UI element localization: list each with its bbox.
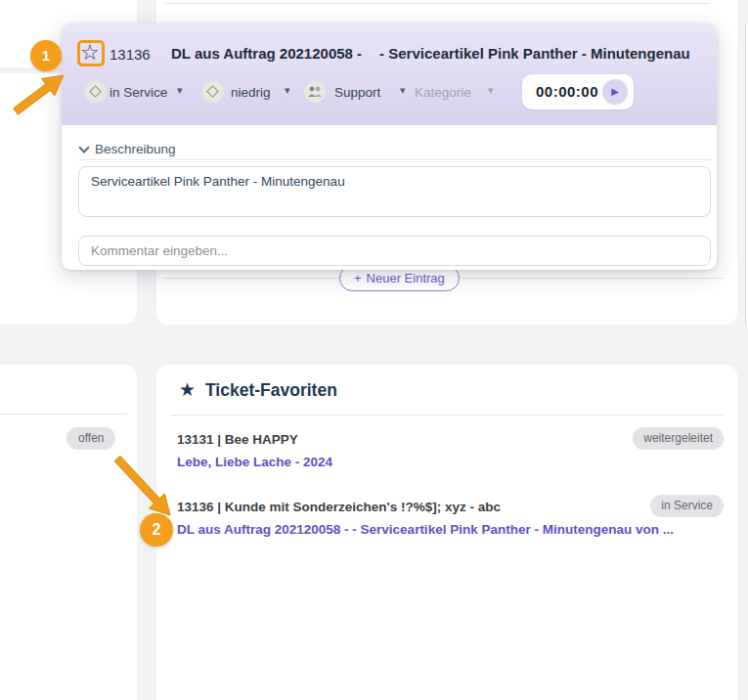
chevron-down-icon: ▾ — [177, 84, 183, 97]
play-icon[interactable]: ▶ — [602, 79, 628, 105]
star-icon: ★ — [179, 378, 196, 401]
diamond-icon — [89, 85, 102, 98]
annotation-step-1: 1 — [30, 40, 62, 71]
ticket-title-name: - Serviceartikel Pink Panther - Minuteng… — [379, 45, 690, 62]
priority-icon — [202, 81, 224, 103]
category-dropdown[interactable]: Kategorie — [415, 85, 471, 100]
divider — [170, 415, 724, 416]
favorite-item-link[interactable]: DL aus Auftrag 202120058 - - Servicearti… — [177, 521, 724, 538]
ticket-title: DL aus Auftrag 202120058 -- Serviceartik… — [171, 45, 714, 62]
new-entry-label: Neuer Eintrag — [367, 271, 445, 285]
app-viewport: +Neuer Eintrag Erfasst: 0:00 ☆ 13136 DL … — [0, 0, 748, 700]
left-ticket-list-card — [0, 365, 137, 700]
chevron-down-icon: ▾ — [400, 84, 406, 97]
divider — [164, 3, 710, 4]
ticket-title-ref: DL aus Auftrag 202120058 - — [171, 45, 362, 62]
annotation-highlight-box — [77, 40, 105, 66]
description-field[interactable]: Serviceartikel Pink Panther - Minutengen… — [78, 166, 711, 217]
description-section-label: Beschreibung — [95, 142, 176, 156]
team-icon — [304, 81, 326, 103]
ticket-header: ☆ 13136 DL aus Auftrag 202120058 -- Serv… — [62, 23, 717, 125]
status-badge: in Service — [650, 495, 724, 517]
status-icon — [85, 81, 107, 103]
ticket-id: 13136 — [110, 46, 151, 63]
divider — [78, 159, 714, 160]
team-dropdown[interactable]: Support — [334, 85, 380, 100]
chevron-down-icon[interactable] — [78, 142, 89, 153]
time-tracker: 00:00:00 ▶ — [522, 74, 634, 109]
favorite-item[interactable]: 13131 | Bee HAPPY weitergeleitet Lebe, L… — [177, 431, 724, 470]
divider — [0, 414, 127, 415]
status-badge: weitergeleitet — [633, 427, 724, 450]
favorites-title: Ticket-Favoriten — [205, 380, 337, 401]
ticket-quickview-card: ☆ 13136 DL aus Auftrag 202120058 -- Serv… — [62, 23, 717, 270]
priority-dropdown[interactable]: niedrig — [231, 85, 271, 100]
favorite-item-title: 13136 | Kunde mit Sonderzeichen's !?%$];… — [177, 499, 724, 515]
timer-value[interactable]: 00:00:00 — [536, 83, 598, 100]
diamond-icon — [206, 85, 219, 98]
chevron-down-icon: ▾ — [285, 84, 290, 97]
favorite-item[interactable]: 13136 | Kunde mit Sonderzeichen's !?%$];… — [177, 499, 724, 538]
comment-input[interactable] — [78, 236, 711, 266]
annotation-step-2: 2 — [140, 513, 173, 547]
chevron-down-icon: ▾ — [488, 84, 494, 97]
favorite-item-link[interactable]: Lebe, Liebe Lache - 2024 — [177, 454, 724, 470]
status-dropdown[interactable]: in Service — [110, 85, 167, 100]
people-icon — [307, 85, 323, 99]
status-badge-offen: offen — [66, 427, 115, 450]
plus-icon: + — [354, 271, 362, 285]
